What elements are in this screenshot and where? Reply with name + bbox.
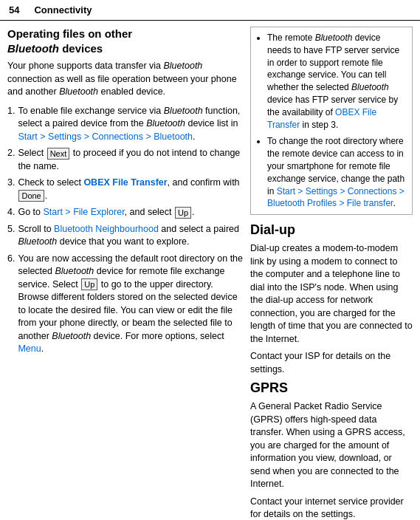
menu-link: Menu	[18, 343, 41, 354]
right-column: The remote Bluetooth device needs to hav…	[250, 27, 413, 520]
next-button[interactable]: Next	[47, 148, 70, 160]
bullet1-bluetooth1: Bluetooth	[315, 32, 353, 43]
step6-bluetooth1: Bluetooth	[55, 266, 94, 276]
step-1: 1. To enable file exchange service via B…	[7, 105, 244, 144]
heading-devices: devices	[62, 42, 103, 55]
step5-bluetooth: Bluetooth	[18, 236, 57, 247]
step-4: 4. Go to Start > File Explorer, and sele…	[7, 206, 244, 219]
dialup-heading: Dial-up	[250, 222, 413, 238]
step1-bluetooth: Bluetooth	[164, 106, 203, 116]
intro-paragraph: Your phone supports data transfer via Bl…	[7, 60, 244, 99]
step-3: 3. Check to select OBEX File Transfer, a…	[7, 177, 244, 202]
intro-bluetooth1: Bluetooth	[163, 61, 202, 71]
step1-link: Start > Settings > Connections > Bluetoo…	[18, 131, 193, 142]
step-5-content: Scroll to Bluetooth Neighbourhood and se…	[18, 223, 244, 249]
step-6-content: You are now accessing the default root d…	[18, 253, 244, 356]
file-explorer-link: Start > File Explorer	[43, 207, 124, 217]
info-box: The remote Bluetooth device needs to hav…	[250, 27, 413, 215]
operating-files-heading: Operating files on other Bluetooth devic…	[7, 27, 244, 55]
step-3-num: 3.	[7, 177, 15, 202]
step-4-content: Go to Start > File Explorer, and select …	[18, 206, 244, 219]
step-1-content: To enable file exchange service via Blue…	[18, 105, 244, 144]
bullet1-bluetooth2: Bluetooth	[351, 82, 389, 92]
heading-bluetooth-italic: Bluetooth	[7, 42, 59, 55]
content-wrapper: Operating files on other Bluetooth devic…	[0, 27, 420, 520]
left-column: Operating files on other Bluetooth devic…	[7, 27, 244, 520]
dialup-body2: Contact your ISP for details on the sett…	[250, 350, 413, 376]
dialup-body1: Dial-up creates a modem-to-modem link by…	[250, 242, 413, 346]
bt-neighbourhood-link: Bluetooth Neighbourhood	[54, 224, 159, 234]
obex-link-bullet: OBEX File Transfer	[267, 107, 376, 130]
step-3-content: Check to select OBEX File Transfer, and …	[18, 177, 244, 202]
up-button-6[interactable]: Up	[81, 278, 97, 290]
steps-list: 1. To enable file exchange service via B…	[7, 105, 244, 356]
bt-profiles-link: Start > Settings > Connections > Bluetoo…	[267, 186, 404, 209]
step1-bluetooth2: Bluetooth	[146, 118, 185, 129]
step-5: 5. Scroll to Bluetooth Neighbourhood and…	[7, 223, 244, 249]
step-2-num: 2.	[7, 147, 15, 173]
step-6: 6. You are now accessing the default roo…	[7, 253, 244, 356]
gprs-heading: GPRS	[250, 380, 413, 396]
intro-text1: Your phone supports data transfer via	[7, 61, 163, 71]
bullet-2: To change the root directory where the r…	[267, 135, 406, 210]
done-button[interactable]: Done	[18, 190, 44, 202]
page-number: 54	[9, 4, 19, 16]
section-title: Connectivity	[34, 4, 92, 16]
step-2: 2. Select Next to proceed if you do not …	[7, 147, 244, 173]
intro-text3: enabled device.	[98, 86, 165, 97]
obex-link: OBEX File Transfer	[83, 177, 167, 188]
step-1-num: 1.	[7, 105, 15, 144]
gprs-body2: Contact your internet service provider f…	[250, 496, 413, 520]
intro-bluetooth2: Bluetooth	[59, 86, 98, 97]
step6-bluetooth2: Bluetooth	[52, 331, 91, 341]
bullet-1: The remote Bluetooth device needs to hav…	[267, 32, 406, 131]
page-header: 54 Connectivity	[0, 0, 420, 21]
step-2-content: Select Next to proceed if you do not int…	[18, 147, 244, 173]
heading-line1: Operating files on other	[7, 27, 132, 40]
gprs-body1: A General Packet Radio Service (GPRS) of…	[250, 400, 413, 491]
step-6-num: 6.	[7, 253, 15, 356]
step-4-num: 4.	[7, 206, 15, 219]
step-5-num: 5.	[7, 223, 15, 249]
info-bullets: The remote Bluetooth device needs to hav…	[257, 32, 406, 210]
up-button-4[interactable]: Up	[175, 207, 191, 219]
